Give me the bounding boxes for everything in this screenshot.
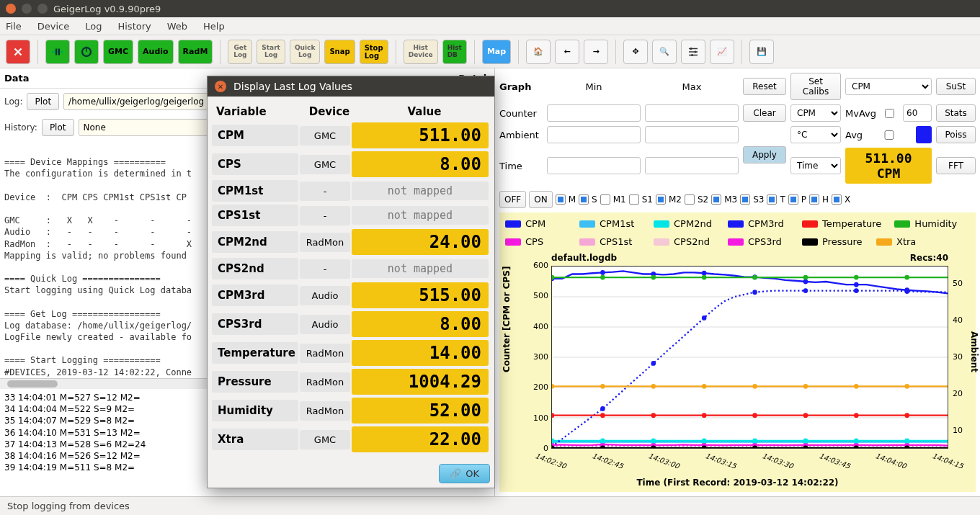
svg-point-83 [752,384,757,389]
menu-device[interactable]: Device [37,21,69,32]
setcalibs-button[interactable]: Set Calibs [790,73,841,100]
counter-min-input[interactable] [547,104,641,122]
getlog-button[interactable]: Get Log [228,40,252,64]
config-icon[interactable] [681,40,705,64]
series-checkbox-S[interactable]: S [579,194,597,205]
series-checkbox-P[interactable]: P [788,194,806,205]
series-checkbox-T[interactable]: T [767,194,785,205]
menu-web[interactable]: Web [167,21,187,32]
legend-item: CPS [505,236,566,247]
histdb-button[interactable]: Hist DB [442,40,467,64]
svg-point-81 [651,384,656,389]
series-checkbox-X[interactable]: X [832,194,850,205]
home-icon[interactable]: 🏠 [526,40,551,64]
mvavg-checkbox[interactable] [879,109,900,118]
svg-point-54 [904,289,909,294]
window-minimize-icon[interactable] [22,4,32,14]
svg-point-75 [752,275,757,280]
time-label: Time [499,161,543,171]
dialog-dev: RadMon [300,372,350,392]
pan-icon[interactable]: ✥ [623,40,648,64]
x-tick: 14:03:30 [761,452,794,470]
x-axis-label: Time (First Record: 2019-03-12 14:02:22) [499,478,976,488]
svg-point-68 [803,413,808,418]
dialog-close-icon[interactable]: ✕ [215,81,226,92]
stats-button[interactable]: Stats [936,104,976,122]
dialog-dev: - [300,206,350,225]
off-button[interactable]: OFF [499,191,526,208]
series-checkbox-M1[interactable]: M1 [600,194,626,205]
series-checkbox-M[interactable]: M [556,194,576,205]
snap-button[interactable]: Snap [324,40,355,64]
menu-file[interactable]: File [6,21,22,32]
legend-item: Humidity [894,218,957,229]
svg-rect-2 [58,48,60,55]
save-icon[interactable]: 💾 [749,40,774,64]
plot-log-button[interactable]: Plot [27,93,59,110]
dialog-ok-button[interactable]: 🔗 OK [439,464,490,483]
reset-button[interactable]: Reset [743,78,786,95]
svg-point-51 [752,290,757,295]
startlog-button[interactable]: Start Log [257,40,285,64]
window-maximize-icon[interactable] [37,4,48,14]
chart-icon[interactable]: 📈 [710,40,734,64]
max-label: Max [645,81,739,92]
series-checkbox-M3[interactable]: M3 [711,194,737,205]
avg-checkbox[interactable] [865,130,913,140]
time-max-input[interactable] [645,157,739,174]
gmc-button[interactable]: GMC [103,40,133,64]
map-button[interactable]: Map [482,40,511,64]
stoplog-button[interactable]: Stop Log [360,40,388,64]
menu-history[interactable]: History [117,21,151,32]
temp-unit-select[interactable]: °C [790,126,841,143]
dialog-row: CPM2ndRadMon24.00 [212,229,490,255]
menu-help[interactable]: Help [203,21,225,32]
dialog-titlebar[interactable]: ✕ Display Last Log Values [208,76,494,97]
series-checkbox-H[interactable]: H [809,194,829,205]
y-tick: 600 [530,261,548,270]
plot-history-button[interactable]: Plot [42,119,74,136]
fft-button[interactable]: FFT [936,157,976,174]
connect-icon[interactable] [45,40,70,64]
zoom-icon[interactable]: 🔍 [652,40,677,64]
series-checkbox-S2[interactable]: S2 [685,194,708,205]
toolbar: GMC Audio RadM Get Log Start Log Quick L… [0,35,980,68]
window-close-icon[interactable] [6,4,16,14]
time-select[interactable]: Time [790,157,841,174]
sust-button[interactable]: SuSt [936,78,976,95]
dialog-var: CPM [212,125,298,146]
apply-button[interactable]: Apply [743,146,786,164]
series-checkbox-S1[interactable]: S1 [629,194,653,205]
ambient-max-input[interactable] [645,126,739,143]
power-icon[interactable] [74,40,99,64]
menu-log[interactable]: Log [85,21,102,32]
histdevice-button[interactable]: Hist Device [404,40,438,64]
menubar: File Device Log History Web Help [0,17,980,35]
counter-max-input[interactable] [645,104,739,122]
dialog-row: CPM1st-not mapped [212,180,490,202]
forward-icon[interactable]: → [584,40,608,64]
ambient-min-input[interactable] [547,126,641,143]
quicklog-button[interactable]: Quick Log [290,40,320,64]
time-min-input[interactable] [547,157,641,174]
audio-button[interactable]: Audio [138,40,174,64]
exit-button[interactable] [6,40,30,64]
mvavg-input[interactable] [903,104,932,122]
counter-unit-select[interactable]: CPM [790,104,841,122]
clear-button[interactable]: Clear [743,104,786,122]
on-button[interactable]: ON [529,191,552,208]
plot-canvas[interactable] [551,266,948,449]
legend-swatch [654,220,669,228]
dialog-dev: RadMon [300,233,350,252]
series-checkbox-M2[interactable]: M2 [656,194,682,205]
cpm-select[interactable]: CPM [845,78,932,95]
poiss-button[interactable]: Poiss [936,126,976,143]
back-icon[interactable]: ← [555,40,579,64]
radm-button[interactable]: RadM [178,40,213,64]
status-text: Stop logging from devices [7,501,130,511]
series-checkbox-S3[interactable]: S3 [740,194,764,205]
svg-point-85 [854,384,859,389]
dialog-dev: GMC [300,126,350,145]
color-swatch[interactable] [916,126,932,143]
y-tick-right: 30 [953,352,963,362]
